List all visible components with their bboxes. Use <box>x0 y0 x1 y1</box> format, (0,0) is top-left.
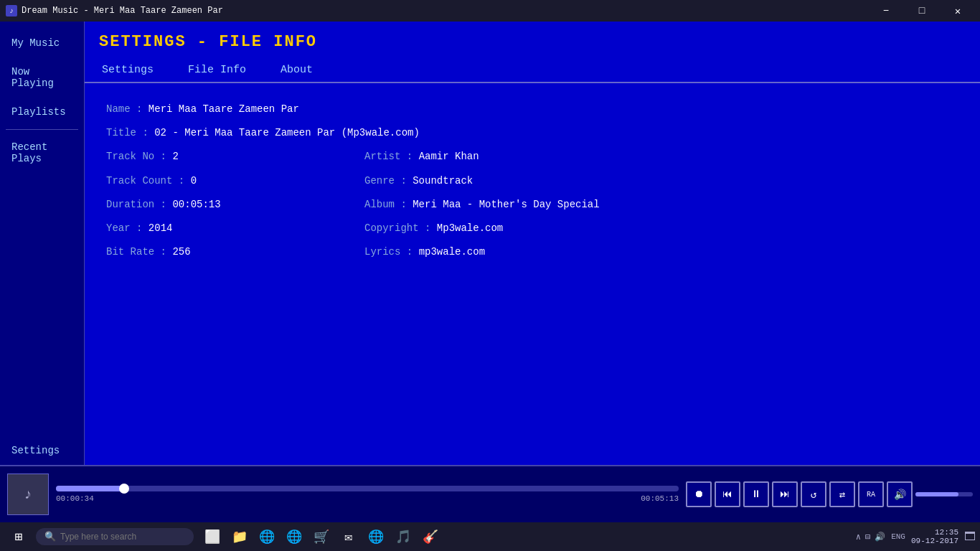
network-icon: ⊟ <box>865 532 870 542</box>
player-controls: ⏺ ⏮ ⏸ ⏭ ↺ ⇄ RA 🔊 <box>686 481 973 507</box>
edge-icon[interactable]: 🌐 <box>254 522 280 551</box>
bitrate-label: Bit Rate : <box>106 246 166 258</box>
file-info-panel: Name : Meri Maa Taare Zameen Par Title :… <box>85 83 980 284</box>
volume-slider[interactable] <box>915 492 973 496</box>
firefox-icon[interactable]: 🌐 <box>363 522 389 551</box>
bitrate-value: 256 <box>172 246 190 258</box>
store-icon[interactable]: 🛒 <box>308 522 334 551</box>
year-value: 2014 <box>149 222 173 234</box>
file-explorer-icon[interactable]: 📁 <box>227 522 253 551</box>
track-count-cell: Track Count : 0 <box>106 172 321 190</box>
system-tray: ∧ ⊟ 🔊 <box>856 532 885 542</box>
sidebar-item-now-playing[interactable]: Now Playing <box>0 57 84 98</box>
ra-button[interactable]: RA <box>858 481 884 507</box>
track-no-cell: Track No : 2 <box>106 148 321 166</box>
copyright-label: Copyright : <box>364 222 430 234</box>
track-no-value: 2 <box>172 151 178 162</box>
notification-icon[interactable]: 🗖 <box>964 530 976 544</box>
sidebar-divider <box>6 129 78 130</box>
tray-chevron[interactable]: ∧ <box>856 532 861 542</box>
name-row: Name : Meri Maa Taare Zameen Par <box>106 100 958 118</box>
main-layout: My Music Now Playing Playlists Recent Pl… <box>0 22 980 465</box>
lyrics-cell: Lyrics : mp3wale.com <box>364 243 580 261</box>
year-label: Year : <box>106 222 142 234</box>
volume-button[interactable]: 🔊 <box>887 481 913 507</box>
pause-button[interactable]: ⏸ <box>743 481 769 507</box>
shuffle-button[interactable]: ⇄ <box>829 481 855 507</box>
sidebar-item-playlists[interactable]: Playlists <box>0 98 84 126</box>
track-artist-row: Track No : 2 Artist : Aamir Khan <box>106 148 958 166</box>
page-title: SETTINGS - FILE INFO <box>85 22 980 57</box>
search-input[interactable] <box>60 532 175 542</box>
tab-about[interactable]: About <box>278 60 316 82</box>
year-copyright-row: Year : 2014 Copyright : Mp3wale.com <box>106 220 958 237</box>
duration-value: 00:05:13 <box>172 199 220 210</box>
artist-value: Aamir Khan <box>419 151 479 162</box>
vinyl-button[interactable]: ⏺ <box>686 481 712 507</box>
tabs-bar: Settings File Info About <box>85 57 980 83</box>
ie-icon[interactable]: 🌐 <box>281 522 307 551</box>
tab-settings[interactable]: Settings <box>99 60 156 82</box>
current-time: 00:00:34 <box>56 494 94 503</box>
title-row: Title : 02 - Meri Maa Taare Zameen Par (… <box>106 124 958 142</box>
sidebar: My Music Now Playing Playlists Recent Pl… <box>0 22 85 465</box>
lyrics-value: mp3wale.com <box>419 246 485 258</box>
music-app-icon[interactable]: 🎵 <box>390 522 416 551</box>
start-button[interactable]: ⊞ <box>4 522 33 551</box>
progress-area: 00:00:34 00:05:13 <box>56 486 679 503</box>
track-count-label: Track Count : <box>106 175 184 187</box>
music-note-icon: ♪ <box>24 486 32 503</box>
bitrate-cell: Bit Rate : 256 <box>106 243 321 261</box>
album-label: Album : <box>364 199 407 210</box>
duration-label: Duration : <box>106 199 166 210</box>
taskbar-right: ∧ ⊟ 🔊 ENG 12:35 09-12-2017 🗖 <box>856 528 976 545</box>
genre-value: Soundtrack <box>413 175 473 187</box>
clock-date: 09-12-2017 <box>911 537 958 545</box>
maximize-button[interactable]: □ <box>905 0 938 22</box>
mail-icon[interactable]: ✉ <box>336 522 362 551</box>
repeat-button[interactable]: ↺ <box>801 481 826 507</box>
volume-tray-icon[interactable]: 🔊 <box>875 532 885 542</box>
sidebar-item-recent-plays[interactable]: Recent Plays <box>0 133 84 173</box>
name-value: Meri Maa Taare Zameen Par <box>149 103 299 115</box>
album-cell: Album : Meri Maa - Mother's Day Special <box>364 196 600 214</box>
taskbar-app-icons: ⬜ 📁 🌐 🌐 🛒 ✉ 🌐 🎵 🎸 <box>199 522 443 551</box>
progress-bar[interactable] <box>56 486 679 491</box>
genre-label: Genre : <box>364 175 407 187</box>
task-view-button[interactable]: ⬜ <box>199 522 225 551</box>
artist-cell: Artist : Aamir Khan <box>364 148 580 166</box>
sidebar-item-my-music[interactable]: My Music <box>0 29 84 57</box>
search-icon: 🔍 <box>44 531 56 542</box>
progress-thumb <box>119 484 129 494</box>
time-labels: 00:00:34 00:05:13 <box>56 494 679 503</box>
title-cell: Title : 02 - Meri Maa Taare Zameen Par (… <box>106 124 420 142</box>
player-bar: ♪ 00:00:34 00:05:13 ⏺ ⏮ ⏸ ⏭ ↺ ⇄ RA 🔊 <box>0 465 980 522</box>
trackcount-genre-row: Track Count : 0 Genre : Soundtrack <box>106 172 958 190</box>
content-area: SETTINGS - FILE INFO Settings File Info … <box>85 22 980 465</box>
track-no-label: Track No : <box>106 151 166 162</box>
artist-label: Artist : <box>364 151 413 162</box>
search-bar[interactable]: 🔍 <box>36 528 194 545</box>
close-button[interactable]: ✕ <box>941 0 974 22</box>
volume-fill <box>915 492 958 496</box>
title-label: Title : <box>106 127 149 138</box>
copyright-cell: Copyright : Mp3wale.com <box>364 220 580 237</box>
app-icon: ♪ <box>6 5 17 17</box>
title-value: 02 - Meri Maa Taare Zameen Par (Mp3wale.… <box>154 127 420 138</box>
duration-album-row: Duration : 00:05:13 Album : Meri Maa - M… <box>106 196 958 214</box>
taskbar: ⊞ 🔍 ⬜ 📁 🌐 🌐 🛒 ✉ 🌐 🎵 🎸 ∧ ⊟ 🔊 ENG 12:35 09… <box>0 522 980 551</box>
guitar-icon[interactable]: 🎸 <box>418 522 443 551</box>
window-title: Dream Music - Meri Maa Taare Zameen Par <box>22 6 223 16</box>
album-art: ♪ <box>7 474 49 515</box>
tab-file-info[interactable]: File Info <box>185 60 249 82</box>
year-cell: Year : 2014 <box>106 220 321 237</box>
name-cell: Name : Meri Maa Taare Zameen Par <box>106 100 321 118</box>
clock-time: 12:35 <box>911 528 958 537</box>
forward-button[interactable]: ⏭ <box>772 481 798 507</box>
sidebar-item-settings[interactable]: Settings <box>0 436 84 465</box>
lyrics-label: Lyrics : <box>364 246 413 258</box>
bitrate-lyrics-row: Bit Rate : 256 Lyrics : mp3wale.com <box>106 243 958 261</box>
titlebar: ♪ Dream Music - Meri Maa Taare Zameen Pa… <box>0 0 980 22</box>
minimize-button[interactable]: − <box>870 0 903 22</box>
rewind-button[interactable]: ⏮ <box>715 481 740 507</box>
